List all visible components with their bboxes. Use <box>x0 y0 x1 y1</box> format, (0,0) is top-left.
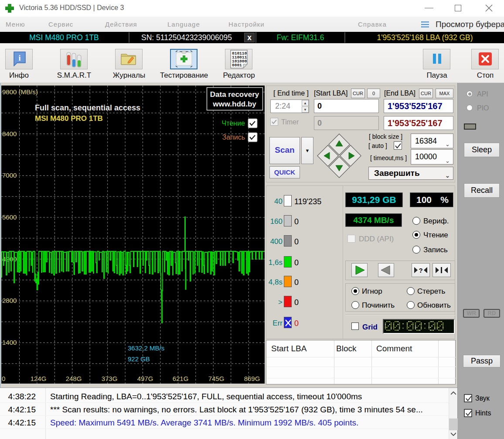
svg-text:1400: 1400 <box>2 339 17 346</box>
svg-text:2800: 2800 <box>2 297 17 304</box>
svg-text:www.hdd.by: www.hdd.by <box>212 100 256 108</box>
svg-text:497G: 497G <box>137 375 153 382</box>
svg-text:373G: 373G <box>102 375 118 382</box>
svg-text:745G: 745G <box>208 375 225 382</box>
svg-text:8400: 8400 <box>2 130 17 137</box>
svg-text:124G: 124G <box>31 375 47 382</box>
svg-text:Запись: Запись <box>222 134 245 141</box>
svg-text:869G: 869G <box>244 375 260 382</box>
svg-text:248G: 248G <box>66 375 82 382</box>
svg-text:9800 (MB/s): 9800 (MB/s) <box>2 88 38 96</box>
svg-text:Data recovery: Data recovery <box>210 90 259 99</box>
svg-text:MSI M480 PRO 1TB: MSI M480 PRO 1TB <box>35 114 103 123</box>
svg-text:Чтение: Чтение <box>222 120 245 127</box>
svg-text:621G: 621G <box>173 375 189 382</box>
svg-text:?: ? <box>419 267 422 274</box>
svg-text:5600: 5600 <box>2 213 17 221</box>
svg-text:0001: 0001 <box>232 63 242 68</box>
svg-text:Full scan, sequential access: Full scan, sequential access <box>35 103 140 112</box>
svg-text:922 GB: 922 GB <box>128 355 150 363</box>
svg-text:0: 0 <box>2 375 5 382</box>
svg-text:i: i <box>18 54 20 62</box>
svg-text:3632,2 MB/s: 3632,2 MB/s <box>128 344 164 352</box>
svg-text:7000: 7000 <box>2 171 17 179</box>
